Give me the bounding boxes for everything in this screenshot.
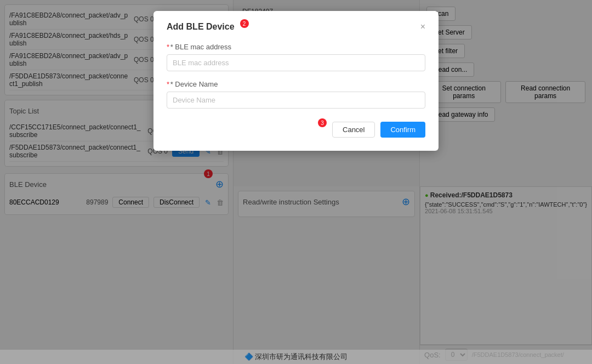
modal-footer: 3 Cancel Confirm bbox=[167, 122, 425, 138]
mac-address-input[interactable] bbox=[167, 54, 425, 71]
confirm-button[interactable]: Confirm bbox=[380, 122, 425, 138]
modal-title: Add BLE Device bbox=[167, 22, 235, 32]
modal-overlay: Add BLE Device 2 × * * BLE mac address *… bbox=[0, 0, 592, 364]
device-name-label: * * Device Name bbox=[167, 80, 425, 88]
add-ble-modal: Add BLE Device 2 × * * BLE mac address *… bbox=[153, 11, 439, 151]
mac-address-group: * * BLE mac address bbox=[167, 43, 425, 71]
footer-badge: 3 bbox=[318, 118, 327, 127]
cancel-button[interactable]: Cancel bbox=[332, 122, 375, 138]
modal-close-button[interactable]: × bbox=[420, 22, 425, 31]
mac-label: * * BLE mac address bbox=[167, 43, 425, 51]
device-name-input[interactable] bbox=[167, 92, 425, 109]
modal-title-badge: 2 bbox=[240, 19, 249, 28]
device-name-group: * * Device Name bbox=[167, 80, 425, 109]
modal-header: Add BLE Device 2 × bbox=[167, 22, 425, 32]
